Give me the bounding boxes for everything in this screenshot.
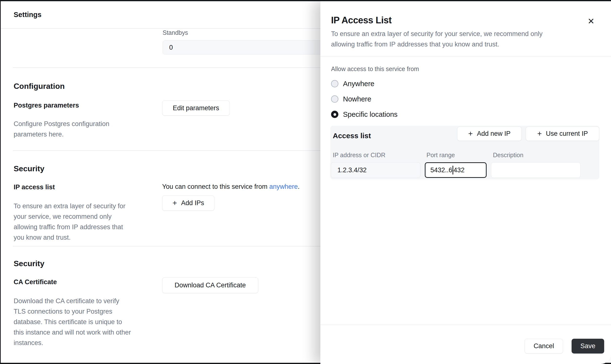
text-line: database. This certificate is unique to [14, 317, 131, 327]
radio-circle-icon[interactable] [331, 95, 338, 103]
standbys-label: Standbys [163, 29, 188, 36]
cancel-button[interactable]: Cancel [525, 339, 563, 353]
plus-icon: + [172, 198, 177, 208]
ip-access-list-modal: IP Access List ✕ To ensure an extra laye… [320, 1, 611, 364]
close-icon[interactable]: ✕ [585, 15, 597, 27]
access-list-heading: Access list [333, 132, 371, 140]
access-list-panel: Access list + Add new IP + Use current I… [330, 126, 599, 179]
page-title: Settings [14, 11, 41, 19]
use-current-ip-button[interactable]: + Use current IP [526, 127, 599, 141]
anywhere-link[interactable]: anywhere [269, 183, 298, 190]
text-caret [452, 166, 453, 174]
text-line: this instance and will not work with oth… [14, 327, 131, 338]
radio-anywhere[interactable]: Anywhere [331, 77, 374, 90]
plus-icon: + [537, 129, 542, 138]
radio-nowhere[interactable]: Nowhere [331, 93, 371, 105]
port-range-value-before-caret: 5432..6 [430, 167, 452, 174]
column-header-description: Description [493, 152, 523, 159]
connect-suffix: . [298, 183, 300, 190]
ip-address-input[interactable]: 1.2.3.4/32 [331, 162, 420, 178]
modal-header-divider [320, 56, 611, 57]
cancel-label: Cancel [534, 342, 554, 350]
text-line: allowing traffic from IP addresses that [14, 222, 125, 232]
text-line: Configure Postgres configuration [14, 119, 109, 129]
save-label: Save [580, 342, 596, 350]
modal-title: IP Access List [331, 15, 392, 26]
add-ips-label: Add IPs [181, 199, 204, 207]
add-new-ip-button[interactable]: + Add new IP [457, 127, 522, 141]
text-line: Download the CA certificate to verify [14, 296, 131, 306]
description-input[interactable] [491, 162, 581, 178]
ip-address-value: 1.2.3.4/32 [337, 167, 367, 174]
connect-from-text: You can connect to this service from any… [162, 183, 300, 191]
download-ca-label: Download CA Certificate [174, 282, 246, 289]
security-heading: Security [14, 164, 44, 173]
add-new-ip-label: Add new IP [477, 130, 510, 137]
radio-circle-icon[interactable] [331, 80, 338, 87]
port-range-value-after-caret: 432 [453, 167, 465, 174]
security-ca-heading: Security [14, 259, 44, 268]
ip-access-description: To ensure an extra layer of security for… [14, 201, 125, 243]
edit-parameters-button[interactable]: Edit parameters [162, 101, 230, 116]
text-line: TLS connections to your Postgres [14, 306, 131, 317]
column-header-port: Port range [426, 152, 455, 159]
text-line: parameters here. [14, 129, 109, 140]
radio-specific-locations[interactable]: Specific locations [331, 108, 398, 121]
text-line: your service, we recommend only [14, 211, 125, 222]
configuration-heading: Configuration [14, 82, 65, 91]
radio-nowhere-label: Nowhere [343, 95, 371, 103]
ca-certificate-label: CA Certificate [14, 278, 57, 286]
plus-icon: + [468, 129, 473, 138]
app-root: Settings Standbys 0 Configuration Postgr… [0, 0, 611, 364]
allow-access-label: Allow access to this service from [331, 65, 419, 73]
text-line: To ensure an extra layer of security for [14, 201, 125, 211]
radio-specific-locations-label: Specific locations [343, 110, 398, 118]
ip-access-list-label: IP access list [14, 183, 55, 191]
modal-subtitle: To ensure an extra layer of security for… [331, 29, 579, 50]
radio-selected-icon[interactable] [331, 111, 338, 118]
postgres-parameters-label: Postgres parameters [14, 102, 79, 109]
use-current-ip-label: Use current IP [546, 130, 588, 137]
standbys-input[interactable]: 0 [163, 40, 333, 54]
standbys-value: 0 [169, 44, 173, 51]
download-ca-certificate-button[interactable]: Download CA Certificate [162, 277, 258, 293]
text-line: To ensure an extra layer of security for… [331, 29, 579, 39]
connect-prefix: You can connect to this service from [162, 183, 269, 190]
column-header-ip: IP address or CIDR [333, 152, 385, 159]
text-line: instances. [14, 338, 131, 348]
text-line: allowing traffic from IP addresses that … [331, 39, 579, 50]
modal-footer-divider [320, 325, 611, 325]
text-line: you know and trust. [14, 232, 125, 243]
configuration-description: Configure Postgres configuration paramet… [14, 119, 109, 140]
edit-parameters-label: Edit parameters [173, 104, 219, 112]
radio-anywhere-label: Anywhere [343, 80, 374, 88]
ca-certificate-description: Download the CA certificate to verify TL… [14, 296, 131, 348]
save-button[interactable]: Save [571, 339, 604, 353]
add-ips-button[interactable]: + Add IPs [162, 195, 214, 211]
port-range-input[interactable]: 5432..6432 [425, 162, 487, 178]
